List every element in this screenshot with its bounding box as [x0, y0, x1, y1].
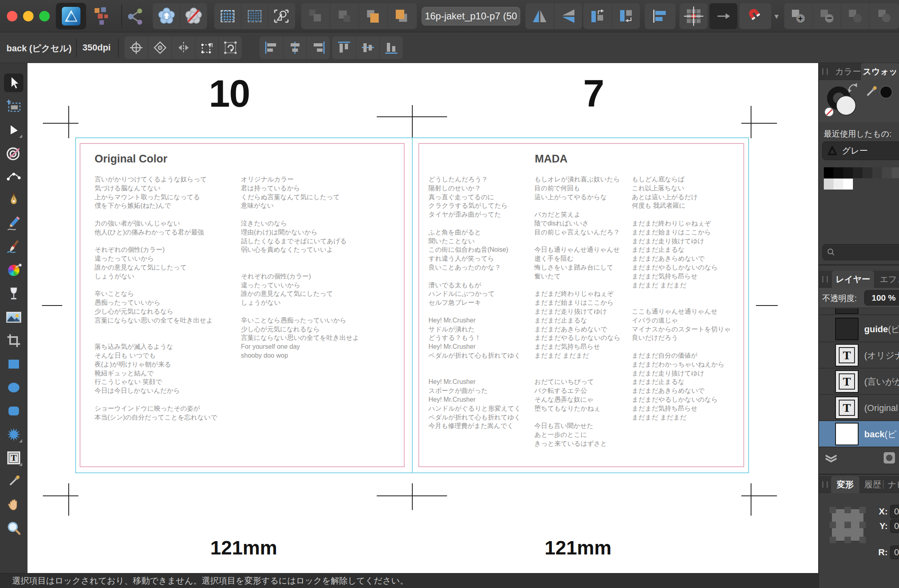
node-tool[interactable]: [4, 120, 23, 139]
frame-text-tool[interactable]: T: [4, 449, 23, 467]
lyrics-column-right-1[interactable]: どうしたんだろう？陽射しのせいか？真っ直ぐ走ってるのにクラクラする気がしてたらタ…: [428, 175, 521, 430]
layer-stack-icon[interactable]: [824, 451, 838, 465]
panel-grip-icon[interactable]: [822, 68, 828, 75]
swatch[interactable]: [853, 167, 863, 178]
personas-icon[interactable]: [92, 7, 114, 26]
swatch-category-dropdown[interactable]: グレー: [822, 141, 899, 160]
swatch[interactable]: [824, 167, 834, 178]
crop-tool[interactable]: [4, 331, 23, 350]
lyrics-column-left-1[interactable]: 言いがかりつけてくるような奴らって気づける脳なんてない上からマウント取った気にな…: [95, 175, 217, 422]
layer-row-partial[interactable]: [819, 308, 899, 315]
rectangle-tool[interactable]: [4, 355, 23, 373]
mirror-button[interactable]: [171, 36, 195, 59]
alignment-button[interactable]: [645, 3, 675, 29]
export-share-icon[interactable]: [126, 7, 145, 27]
rounded-rectangle-tool[interactable]: [4, 402, 23, 420]
swatch[interactable]: [843, 179, 853, 190]
flip-horizontal-button[interactable]: [525, 3, 554, 29]
panel-grip-icon[interactable]: [822, 276, 828, 282]
align-right-button[interactable]: [306, 36, 330, 59]
cycle-selection-box-button[interactable]: [148, 36, 171, 59]
close-window-button[interactable]: [7, 11, 17, 21]
minimize-window-button[interactable]: [23, 11, 34, 21]
left-page-title[interactable]: Original Color: [95, 153, 167, 165]
r-input[interactable]: 0: [890, 546, 899, 559]
arrange-down-button[interactable]: [612, 3, 640, 29]
hide-special-button[interactable]: [180, 3, 207, 29]
layer-row-text-2[interactable]: T (言いがか: [819, 369, 899, 395]
snap-grid-dim-button[interactable]: [241, 3, 268, 29]
tab-color[interactable]: カラー: [831, 63, 865, 80]
layer-row-back[interactable]: back (ピ: [819, 421, 899, 447]
artboard-tool[interactable]: [4, 97, 23, 116]
align-center-h-button[interactable]: [283, 36, 306, 59]
layer-row-guide[interactable]: guide (ピ: [819, 316, 899, 342]
transparency-tool[interactable]: [4, 285, 23, 303]
swatch[interactable]: [872, 167, 882, 178]
fullscreen-window-button[interactable]: [39, 11, 50, 21]
snap-shapes-button[interactable]: [268, 3, 294, 29]
tab-history[interactable]: 履歴: [860, 476, 885, 493]
geometry-add-button[interactable]: +: [784, 3, 812, 29]
view-pan-tool[interactable]: [4, 495, 23, 514]
star-tool[interactable]: [4, 425, 23, 444]
geometry-divide-button[interactable]: [869, 3, 897, 29]
mask-icon[interactable]: [884, 452, 895, 464]
fill-gradient-tool[interactable]: [4, 261, 23, 280]
enable-transform-button[interactable]: [195, 36, 218, 59]
fill-color-well[interactable]: [836, 95, 856, 116]
page-width-label-left[interactable]: 121mm: [210, 537, 277, 559]
move-back-one-button[interactable]: [330, 3, 359, 29]
align-left-button[interactable]: [260, 36, 283, 59]
lyrics-column-right-2[interactable]: もしオレが潰れ喜ぶ奴いたら目の前で何回も這い上がってやるからな バカだと笑えよ陰…: [534, 175, 620, 448]
grid-options-button[interactable]: [679, 3, 707, 29]
align-middle-v-button[interactable]: [356, 36, 379, 59]
move-to-front-button[interactable]: [387, 3, 416, 29]
anchor-point-selector[interactable]: [832, 509, 863, 541]
snapping-button[interactable]: [739, 3, 771, 29]
pencil-tool[interactable]: [4, 214, 23, 233]
show-special-button[interactable]: [153, 3, 180, 29]
vector-brush-tool[interactable]: [4, 238, 23, 256]
corner-tool[interactable]: [4, 167, 23, 186]
layer-row-text-3[interactable]: T (Original: [819, 395, 899, 421]
designer-persona-button[interactable]: [56, 3, 86, 30]
snap-grid-button[interactable]: [214, 3, 241, 29]
lyrics-column-right-3[interactable]: もしどん底ならばこれ以上落ちないあとは這い上がるだけ何度も 我武者羅に まだまだ…: [632, 175, 731, 422]
move-forward-one-button[interactable]: [359, 3, 387, 29]
swatch[interactable]: [882, 167, 892, 178]
align-top-button[interactable]: [332, 36, 356, 59]
pen-tool[interactable]: [4, 191, 23, 209]
swatch-search-input[interactable]: [822, 244, 899, 260]
swatch[interactable]: [834, 167, 843, 178]
transform-origin-button[interactable]: [125, 36, 148, 59]
page-width-label-right[interactable]: 121mm: [544, 537, 611, 559]
move-to-back-button[interactable]: [301, 3, 330, 29]
swatch[interactable]: [892, 167, 899, 178]
swap-colors-icon[interactable]: [847, 82, 860, 93]
tab-navigator[interactable]: ナビ: [884, 476, 899, 493]
ellipse-tool[interactable]: [4, 378, 23, 397]
place-image-tool[interactable]: [4, 308, 23, 327]
picked-color-swatch[interactable]: [880, 86, 893, 99]
rotate-selection-button[interactable]: [218, 36, 242, 59]
swatch[interactable]: [843, 167, 853, 178]
swatch[interactable]: [834, 179, 843, 190]
y-input[interactable]: 0: [890, 519, 899, 533]
tab-swatches[interactable]: スウォッ: [861, 63, 899, 80]
panel-grip-icon[interactable]: [822, 481, 828, 488]
snapping-dropdown-caret[interactable]: ▾: [774, 11, 779, 21]
move-tool[interactable]: [4, 74, 23, 92]
align-bottom-button[interactable]: [379, 36, 403, 59]
flip-vertical-button[interactable]: [554, 3, 582, 29]
arrange-up-button[interactable]: [583, 3, 612, 29]
tab-transform[interactable]: 変形: [831, 476, 859, 493]
geometry-intersect-button[interactable]: [841, 3, 869, 29]
tab-layers[interactable]: レイヤー: [832, 271, 874, 288]
tab-effects[interactable]: エフェ: [876, 271, 899, 288]
layer-row-text-1[interactable]: T (オリジナ: [819, 342, 899, 369]
page-number-left[interactable]: 10: [185, 72, 274, 116]
panel-eyedropper-icon[interactable]: [863, 84, 879, 100]
lyrics-column-left-2[interactable]: オリジナルカラー君は持っているからくだらぬ言葉なんて気にしたって意味がない 泣き…: [241, 175, 359, 360]
no-color-icon[interactable]: [825, 107, 834, 116]
